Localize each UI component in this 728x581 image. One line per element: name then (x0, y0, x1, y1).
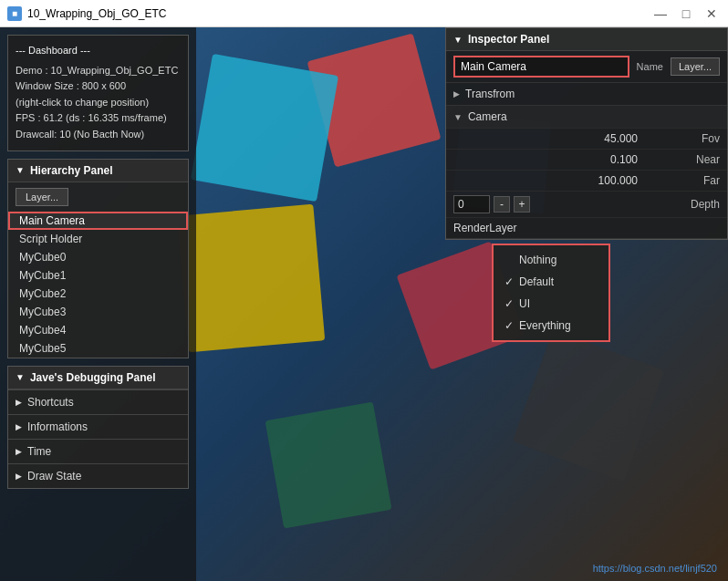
hierarchy-collapse-icon: ▼ (16, 165, 25, 175)
hierarchy-layer-button[interactable]: Layer... (16, 188, 68, 206)
render-layer-row[interactable]: RenderLayer ✓ Nothing ✓ Default ✓ UI ✓ E… (446, 217, 727, 238)
depth-row: - + Depth (446, 191, 727, 217)
dashboard-header: --- Dashboard --- (16, 43, 181, 59)
camera-collapse-icon: ▼ (453, 112, 463, 122)
hierarchy-item-main-camera[interactable]: Main Camera (8, 212, 188, 230)
left-panel: --- Dashboard --- Demo : 10_Wrapping_Obj… (0, 27, 196, 581)
dashboard-demo: Demo : 10_Wrapping_Obj_GO_ETC (16, 63, 181, 79)
cube-decor-2 (191, 54, 338, 202)
debug-panel: ▼ Jave's Debugging Panel ▶ Shortcuts ▶ I… (7, 366, 189, 489)
dashboard-window-size: Window Size : 800 x 600 (16, 78, 181, 95)
debug-informations-header[interactable]: ▶ Informations (8, 415, 188, 439)
dashboard-drawcall: Drawcall: 10 (No Bacth Now) (16, 127, 181, 143)
debug-section-time: ▶ Time (8, 439, 188, 463)
footer-url: https://blog.csdn.net/linjf520 (593, 563, 717, 574)
window-controls: — □ ✕ (651, 5, 721, 23)
near-label: Near (674, 153, 720, 166)
inspector-name-row: Name Layer... (446, 51, 727, 83)
everything-check-icon: ✓ (504, 319, 514, 332)
debug-time-header[interactable]: ▶ Time (8, 440, 188, 463)
transform-row[interactable]: ▶ Transfrom (446, 83, 727, 106)
minimize-button[interactable]: — (651, 5, 670, 23)
app-icon: ■ (7, 6, 22, 21)
fov-label: Fov (674, 132, 720, 145)
default-check-icon: ✓ (504, 275, 514, 288)
inspector-name-input[interactable] (453, 56, 629, 78)
hierarchy-item-mycube3[interactable]: MyCube3 (8, 303, 188, 321)
camera-field-fov: 45.000 Fov (446, 128, 727, 149)
drawstate-label: Draw State (27, 470, 81, 482)
near-value: 0.100 (453, 153, 674, 166)
ui-label: UI (519, 297, 530, 310)
ui-check-icon: ✓ (504, 297, 514, 310)
dashboard-fps: FPS : 61.2 (ds : 16.335 ms/frame) (16, 110, 181, 127)
informations-label: Informations (27, 420, 88, 433)
depth-plus-button[interactable]: + (514, 196, 530, 213)
inspector-name-label: Name (637, 61, 663, 72)
dropdown-item-default[interactable]: ✓ Default (494, 271, 608, 293)
debug-section-informations: ▶ Informations (8, 414, 188, 439)
debug-header-label: Jave's Debugging Panel (30, 371, 156, 384)
debug-section-drawstate: ▶ Draw State (8, 463, 188, 488)
cube-decor-3 (177, 204, 326, 353)
camera-field-far: 100.000 Far (446, 170, 727, 191)
fov-value: 45.000 (453, 132, 674, 145)
render-layer-label: RenderLayer (453, 222, 516, 234)
dropdown-item-ui[interactable]: ✓ UI (494, 293, 608, 315)
cube-decor-4 (513, 330, 665, 482)
hierarchy-item-mycube2[interactable]: MyCube2 (8, 285, 188, 303)
inspector-layer-button[interactable]: Layer... (671, 57, 720, 76)
nothing-label: Nothing (519, 254, 556, 266)
close-button[interactable]: ✕ (702, 5, 721, 23)
hierarchy-panel: ▼ Hierarchy Panel Layer... Main Camera S… (7, 159, 189, 358)
transform-label: Transfrom (465, 88, 515, 100)
dropdown-item-everything[interactable]: ✓ Everything (494, 315, 608, 337)
depth-input[interactable] (453, 195, 490, 213)
camera-header[interactable]: ▼ Camera (446, 106, 727, 128)
dashboard-panel: --- Dashboard --- Demo : 10_Wrapping_Obj… (7, 35, 189, 151)
cube-decor-7 (265, 401, 391, 528)
dropdown-item-nothing[interactable]: ✓ Nothing (494, 249, 608, 271)
camera-field-near: 0.100 Near (446, 149, 727, 170)
default-label: Default (519, 275, 554, 288)
hierarchy-item-mycube0[interactable]: MyCube0 (8, 248, 188, 266)
maximize-button[interactable]: □ (677, 5, 695, 23)
depth-minus-button[interactable]: - (494, 196, 510, 213)
hierarchy-item-mycube1[interactable]: MyCube1 (8, 266, 188, 285)
hierarchy-header[interactable]: ▼ Hierarchy Panel (8, 160, 188, 182)
title-bar: ■ 10_Wrapping_Obj_GO_ETC — □ ✕ (0, 0, 728, 27)
hierarchy-item-mycube4[interactable]: MyCube4 (8, 321, 188, 339)
far-label: Far (674, 174, 720, 187)
shortcuts-label: Shortcuts (27, 396, 74, 409)
inspector-panel: ▼ Inspector Panel Name Layer... ▶ Transf… (445, 27, 728, 240)
dashboard-right-click: (right-click to change position) (16, 95, 181, 111)
camera-label: Camera (468, 110, 507, 123)
hierarchy-header-label: Hierarchy Panel (30, 164, 113, 177)
title-bar-text: 10_Wrapping_Obj_GO_ETC (27, 7, 651, 20)
everything-label: Everything (519, 319, 571, 332)
hierarchy-list: Main Camera Script Holder MyCube0 MyCube… (8, 212, 188, 358)
far-value: 100.000 (453, 174, 674, 187)
inspector-collapse-icon: ▼ (453, 35, 463, 45)
debug-shortcuts-header[interactable]: ▶ Shortcuts (8, 390, 188, 414)
camera-section: ▼ Camera 45.000 Fov 0.100 Near 100.000 F… (446, 106, 727, 239)
time-label: Time (27, 445, 51, 458)
inspector-header[interactable]: ▼ Inspector Panel (446, 28, 727, 51)
debug-panel-header[interactable]: ▼ Jave's Debugging Panel (8, 367, 188, 389)
render-layer-dropdown: ✓ Nothing ✓ Default ✓ UI ✓ Everything (492, 244, 610, 342)
drawstate-expand-icon: ▶ (16, 472, 22, 481)
depth-label: Depth (691, 198, 720, 211)
shortcuts-expand-icon: ▶ (16, 398, 22, 407)
debug-collapse-icon: ▼ (16, 372, 25, 382)
transform-expand-icon: ▶ (453, 89, 460, 99)
hierarchy-item-script-holder[interactable]: Script Holder (8, 230, 188, 248)
hierarchy-item-mycube5[interactable]: MyCube5 (8, 339, 188, 358)
debug-section-shortcuts: ▶ Shortcuts (8, 389, 188, 414)
inspector-header-label: Inspector Panel (468, 33, 549, 46)
informations-expand-icon: ▶ (16, 422, 22, 431)
time-expand-icon: ▶ (16, 447, 22, 456)
debug-drawstate-header[interactable]: ▶ Draw State (8, 464, 188, 488)
